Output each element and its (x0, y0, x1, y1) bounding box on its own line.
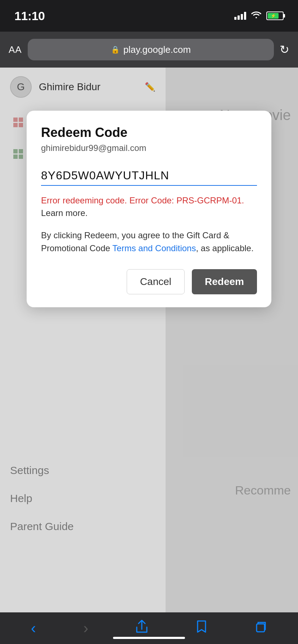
lock-icon: 🔒 (111, 45, 120, 54)
browser-bar: AA 🔒 play.google.com ↻ (0, 32, 298, 68)
error-message: Error redeeming code. Error Code: PRS-GC… (41, 194, 257, 207)
page-background: Google Play 🔍 G Ghimire Bidur ✏️ Movie (0, 68, 298, 612)
wifi-icon (251, 11, 261, 20)
dialog-email: ghimirebidur99@gmail.com (41, 143, 257, 153)
status-time: 11:10 (14, 9, 45, 23)
learn-more-link[interactable]: Learn more. (41, 208, 257, 218)
cancel-button[interactable]: Cancel (127, 269, 185, 294)
terms-suffix: , as applicable. (196, 243, 253, 253)
tabs-button[interactable] (251, 617, 271, 640)
dialog-title: Redeem Code (41, 125, 257, 140)
code-input[interactable] (41, 166, 257, 186)
battery-icon: ⚡ (266, 12, 284, 20)
svg-rect-4 (257, 624, 265, 632)
terms-text: By clicking Redeem, you agree to the Gif… (41, 229, 257, 255)
refresh-button[interactable]: ↻ (280, 43, 289, 56)
back-button[interactable]: ‹ (27, 616, 40, 640)
signal-icon (234, 12, 246, 20)
browser-bottom-bar: ‹ › (0, 612, 298, 644)
text-size-button[interactable]: AA (9, 44, 22, 55)
modal-overlay: Redeem Code ghimirebidur99@gmail.com Err… (0, 68, 298, 612)
terms-link[interactable]: Terms and Conditions (112, 243, 196, 253)
status-bar: 11:10 ⚡ (0, 0, 298, 32)
address-bar[interactable]: 🔒 play.google.com (28, 39, 274, 60)
home-indicator (113, 637, 185, 639)
bookmarks-button[interactable] (192, 616, 211, 640)
code-input-container (41, 166, 257, 186)
status-icons: ⚡ (234, 11, 284, 20)
dialog-buttons: Cancel Redeem (41, 269, 257, 294)
forward-button[interactable]: › (80, 616, 92, 640)
url-text: play.google.com (123, 44, 191, 55)
redeem-dialog: Redeem Code ghimirebidur99@gmail.com Err… (27, 111, 271, 307)
redeem-button[interactable]: Redeem (192, 269, 257, 294)
